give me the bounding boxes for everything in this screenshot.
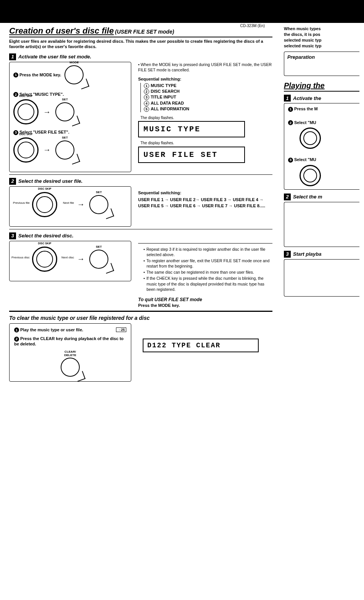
window-black-bar — [0, 0, 364, 23]
title-mode: (USER FILE SET mode) — [115, 29, 174, 35]
arrow-icon-2: → — [43, 145, 51, 154]
step-3-description: Repeat step 3 if it is required to regis… — [138, 241, 272, 308]
sub-2-icon: 2 — [13, 92, 18, 97]
set-label-4: SET — [96, 245, 102, 248]
set-label-1: SET — [62, 98, 68, 101]
r-step-3-panel — [284, 259, 359, 297]
lcd-clear: D122 TYPE CLEAR — [143, 339, 259, 352]
page-ref-icon: →25 — [116, 327, 126, 332]
r-s2: Select "MU — [294, 120, 316, 125]
prev-disc-label: Previous disc — [11, 256, 30, 259]
prev-file-label: Previous file — [13, 201, 30, 205]
step-3-panel: DISC SKIP Previous disc Next disc → SET — [9, 241, 131, 281]
disc-skip-dial[interactable] — [13, 99, 39, 124]
sub-1-icon: 1 — [13, 73, 18, 77]
step-3-label: Select the desired disc. — [18, 233, 74, 239]
clear-key-icon[interactable] — [61, 358, 80, 377]
set-button-3[interactable] — [89, 195, 108, 214]
next-disc-label: Next disc — [61, 256, 74, 259]
disc-dial[interactable] — [32, 247, 57, 272]
intro-text: Eight user files are available for regis… — [9, 39, 272, 50]
r-step-1-badge: 1 — [284, 95, 291, 102]
r-s3: Select "MU — [294, 157, 316, 162]
quit-body: Press the MODE key. — [138, 303, 272, 308]
set-button-2[interactable] — [55, 140, 74, 160]
sub-3-icon: 3 — [13, 130, 18, 135]
r-dial-1[interactable] — [300, 127, 321, 149]
clear-step-2: Press the CLEAR key during playback of t… — [14, 336, 124, 346]
disc-skip-dial-2[interactable] — [13, 137, 39, 163]
r-s1: Press the M — [294, 106, 318, 111]
right-intro-fragment: When music types the discs, it is pos se… — [284, 26, 359, 48]
step3-note-3: The same disc can be registered in more … — [143, 269, 272, 275]
clear-panel: 1Play the music type or user file. →25 2… — [9, 323, 131, 382]
preparation-box: Preparation — [284, 52, 359, 76]
quit-heading: To quit USER FILE SET mode — [138, 297, 272, 303]
step-1-panel: 1Press the MODE key. MODE 2Select "MUSIC… — [9, 62, 131, 172]
model-number: CD-323M (En) — [240, 24, 265, 28]
step-2-badge: 2 — [9, 178, 16, 185]
r-step-2-label: Select the m — [293, 194, 322, 200]
step-2-description: Sequential switching: USER FILE 1 → USER… — [138, 186, 272, 209]
step-2-panel: DISC SKIP Previous file Next file → SET — [9, 186, 131, 227]
r-step-3-label: Start playba — [293, 251, 321, 257]
disc-skip-label-4: DISC SKIP — [38, 242, 51, 245]
display-flashes-1: The display flashes. — [140, 115, 272, 121]
clear-step-1: Play the music type or user file. — [20, 327, 83, 332]
clear-sub-2-icon: 2 — [14, 337, 19, 342]
set-label-3: SET — [96, 190, 102, 194]
lcd-user-file-set: USER FILE SET — [138, 147, 245, 163]
display-flashes-2: The display flashes. — [140, 140, 272, 146]
sub-1-text: Press the MODE key. — [19, 72, 61, 77]
seq-switch-list: 1MUSIC TYPE 2DISC SEARCH 3TITLE INPUT 4A… — [140, 83, 272, 112]
r-step-3-badge: 3 — [284, 251, 291, 258]
r-step-2-badge: 2 — [284, 194, 291, 200]
seq-switch-heading-2: Sequential switching: — [138, 190, 272, 196]
step3-note-1: Repeat step 3 if it is required to regis… — [143, 247, 272, 257]
section-title: Creation of user's disc file (USER FILE … — [9, 26, 272, 37]
file-dial[interactable] — [32, 192, 57, 217]
clear-title: To clear the music type or user file reg… — [9, 315, 272, 321]
r-step-1-panel: 1Press the M 2Select "MU 3Select "MU — [284, 103, 359, 190]
clear-sub-1-icon: 1 — [14, 327, 19, 332]
disc-skip-label-2: DISC SKIP — [19, 133, 32, 135]
disc-skip-label-3: DISC SKIP — [38, 187, 51, 190]
set-label-2: SET — [62, 136, 68, 139]
right-section-title: Playing the — [284, 81, 359, 92]
section-divider — [9, 311, 272, 312]
preparation-label: Preparation — [287, 54, 315, 60]
set-button-4[interactable] — [89, 250, 108, 269]
step3-note-2: To register another user file, exit the … — [143, 258, 272, 269]
disc-skip-label-1: DISC SKIP — [19, 95, 32, 97]
next-file-label: Next file — [63, 201, 74, 205]
arrow-icon: → — [43, 108, 51, 116]
step3-note-4: If the CHECK key is pressed while the di… — [143, 276, 272, 292]
step-3-badge: 3 — [9, 232, 16, 239]
mode-key-label: MODE — [69, 61, 79, 64]
mode-key-icon[interactable] — [64, 65, 84, 84]
r-step-1-label: Activate the — [293, 95, 321, 101]
main-title: Creation of user's disc file — [9, 26, 114, 35]
lcd-music-type: MUSIC TYPE — [138, 121, 245, 137]
step-1-badge: 1 — [9, 53, 16, 60]
step-1-description: • When the MODE key is pressed during US… — [138, 62, 272, 166]
set-button[interactable] — [55, 102, 74, 121]
mode-cancel-note: When the MODE key is pressed during USER… — [138, 62, 272, 72]
arrow-icon-3: → — [77, 200, 85, 209]
seq-switch-heading: Sequential switching: — [138, 76, 272, 82]
step-1-label: Activate the user file set mode. — [18, 54, 91, 60]
r-step-2-panel — [284, 202, 359, 247]
step-2-label: Select the desired user file. — [18, 178, 82, 184]
r-dial-2[interactable] — [300, 165, 321, 186]
user-file-sequence: USER FILE 1 → USER FILE 2→ USER FILE 3 →… — [138, 197, 272, 209]
clear-key-label: CLEAR/ DELETE — [14, 350, 126, 357]
arrow-icon-4: → — [77, 255, 85, 263]
